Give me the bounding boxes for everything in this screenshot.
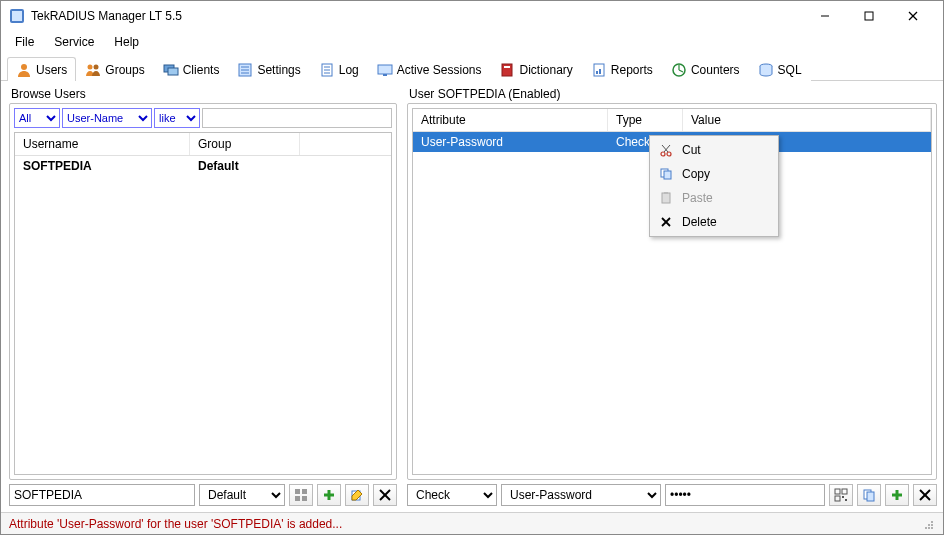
tab-label: Reports [611,63,653,77]
context-menu-copy[interactable]: Copy [652,162,776,186]
tab-label: Dictionary [519,63,572,77]
svg-rect-60 [662,193,670,203]
attr-value-input[interactable] [665,484,825,506]
close-button[interactable] [891,2,935,30]
svg-point-50 [931,524,933,526]
tab-label: Counters [691,63,740,77]
tab-label: Clients [183,63,220,77]
svg-rect-39 [835,496,840,501]
svg-point-55 [667,152,671,156]
context-menu: Cut Copy Paste Delete [649,135,779,237]
resize-grip-icon[interactable] [921,517,935,531]
svg-rect-20 [383,74,387,76]
svg-point-7 [88,65,93,70]
svg-rect-25 [599,69,601,74]
svg-rect-30 [295,496,300,501]
add-attr-button[interactable] [885,484,909,506]
users-grid[interactable]: Username Group SOFTPEDIA Default [14,132,392,475]
sql-icon [758,62,774,78]
attr-name-select[interactable]: User-Password [501,484,661,506]
svg-point-6 [21,64,27,70]
minimize-button[interactable] [803,2,847,30]
svg-rect-40 [842,496,844,498]
svg-point-51 [925,527,927,529]
tab-label: SQL [778,63,802,77]
sessions-icon [377,62,393,78]
tab-users[interactable]: Users [7,57,76,81]
statusbar: Attribute 'User-Password' for the user '… [1,512,943,534]
panel-title-right: User SOFTPEDIA (Enabled) [407,85,937,103]
svg-point-52 [928,527,930,529]
menubar: File Service Help [1,31,943,53]
window-title: TekRADIUS Manager LT 5.5 [31,9,803,23]
svg-rect-29 [302,489,307,494]
svg-rect-37 [835,489,840,494]
svg-rect-3 [865,12,873,20]
maximize-button[interactable] [847,2,891,30]
group-select[interactable]: Default [199,484,285,506]
tab-reports[interactable]: Reports [582,57,662,81]
main-tabs: Users Groups Clients Settings Log Active… [1,53,943,81]
client-icon [163,62,179,78]
tab-groups[interactable]: Groups [76,57,153,81]
user-icon [16,62,32,78]
tab-label: Settings [257,63,300,77]
svg-point-54 [661,152,665,156]
panel-title-left: Browse Users [9,85,397,103]
copy-attr-button[interactable] [857,484,881,506]
table-row[interactable]: SOFTPEDIA Default [15,156,391,176]
tab-label: Users [36,63,67,77]
delete-attr-button[interactable] [913,484,937,506]
col-type[interactable]: Type [608,109,683,131]
svg-point-53 [931,527,933,529]
qr-button[interactable] [829,484,853,506]
svg-rect-28 [295,489,300,494]
tab-sql[interactable]: SQL [749,57,811,81]
svg-rect-19 [378,65,392,74]
col-group[interactable]: Group [190,133,300,155]
context-menu-delete[interactable]: Delete [652,210,776,234]
svg-rect-1 [12,11,22,21]
tab-settings[interactable]: Settings [228,57,309,81]
cell-attribute: User-Password [413,132,608,152]
edit-button[interactable] [345,484,369,506]
right-action-row: Check User-Password [407,480,937,510]
titlebar: TekRADIUS Manager LT 5.5 [1,1,943,31]
attr-type-select[interactable]: Check [407,484,497,506]
svg-rect-43 [867,492,874,501]
filter-row: All User-Name like [10,104,396,132]
tab-label: Active Sessions [397,63,482,77]
tab-dictionary[interactable]: Dictionary [490,57,581,81]
tab-clients[interactable]: Clients [154,57,229,81]
tab-counters[interactable]: Counters [662,57,749,81]
cell-username: SOFTPEDIA [15,156,190,176]
tab-log[interactable]: Log [310,57,368,81]
browse-button[interactable] [289,484,313,506]
delete-button[interactable] [373,484,397,506]
col-value[interactable]: Value [683,109,931,131]
menu-help[interactable]: Help [104,33,149,51]
paste-icon [658,190,674,206]
username-input[interactable] [9,484,195,506]
menu-file[interactable]: File [5,33,44,51]
svg-rect-61 [664,192,668,194]
add-button[interactable] [317,484,341,506]
filter-scope-select[interactable]: All [14,108,60,128]
counters-icon [671,62,687,78]
context-menu-label: Delete [682,215,717,229]
svg-rect-38 [842,489,847,494]
left-action-row: Default [9,480,397,510]
settings-icon [237,62,253,78]
col-attribute[interactable]: Attribute [413,109,608,131]
filter-value-input[interactable] [202,108,392,128]
filter-op-select[interactable]: like [154,108,200,128]
group-icon [85,62,101,78]
menu-service[interactable]: Service [44,33,104,51]
tab-active-sessions[interactable]: Active Sessions [368,57,491,81]
context-menu-cut[interactable]: Cut [652,138,776,162]
col-username[interactable]: Username [15,133,190,155]
filter-field-select[interactable]: User-Name [62,108,152,128]
context-menu-label: Cut [682,143,701,157]
context-menu-paste: Paste [652,186,776,210]
status-message: Attribute 'User-Password' for the user '… [9,517,342,531]
